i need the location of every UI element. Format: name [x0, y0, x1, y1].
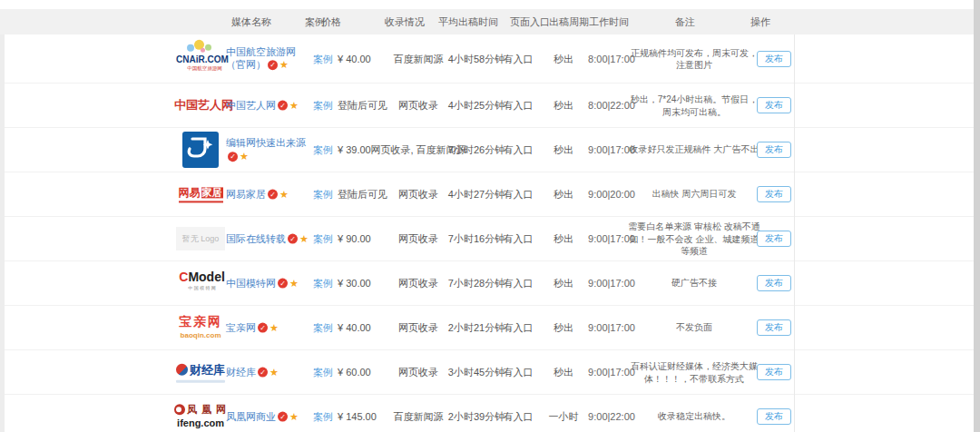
publish-button[interactable]: 发布: [757, 319, 791, 336]
header-media-name: 媒体名称: [231, 9, 271, 34]
note-cell: 出稿快 周六周日可发: [628, 188, 760, 201]
cycle-cell: 一小时: [544, 410, 583, 424]
action-cell: 发布: [753, 319, 795, 336]
logo-text: 宝亲网: [175, 313, 226, 330]
note-cell: 需要白名单来源 审核松 改稿不通知！一般不会改 企业、城建频道等频道: [628, 221, 760, 258]
logo-text: 财经库: [190, 363, 225, 377]
publish-button[interactable]: 发布: [757, 186, 791, 202]
media-logo: 财经库: [174, 362, 227, 383]
table-row: 编辑网快速出来源✓★ 案例 ¥ 39.00 网页收录, 百度新闻源 7小时26分…: [0, 128, 980, 172]
publish-button[interactable]: 发布: [757, 275, 791, 291]
media-name-cell: 财经库✓★: [226, 366, 309, 379]
star-icon: ★: [270, 367, 279, 378]
verified-icon: ✓: [278, 279, 288, 289]
star-icon: ★: [289, 100, 299, 111]
table-row: 财经库 财经库✓★ 案例 ¥ 60.00 网页收录 3小时45分钟 有入口 秒出…: [0, 350, 980, 395]
yiren-logo: 中国艺人网: [174, 97, 227, 113]
publish-button[interactable]: 发布: [757, 231, 791, 247]
media-name-cell: 凤凰网商业✓★: [226, 410, 309, 424]
media-name-link[interactable]: 凤凰网商业: [226, 411, 276, 422]
note-cell: 收录稳定出稿快。: [628, 410, 760, 423]
no-logo-placeholder: 暂无 Logo: [176, 227, 225, 250]
cmodel-logo: CModel 中 国 模 特 网: [174, 269, 230, 297]
logo-subtext: 中国航空旅游网: [187, 65, 214, 72]
media-logo: 暂无 Logo: [174, 227, 227, 250]
entry-cell: 有入口: [498, 410, 538, 424]
media-name-link[interactable]: 中国模特网: [226, 278, 276, 289]
logo-accent: C: [179, 270, 188, 284]
note-cell: 百科认证财经媒体，经济类大媒体！！！，不带联系方式: [628, 360, 760, 385]
note-cell: 秒出，7*24小时出稿。节假日，周末均可出稿。: [628, 93, 760, 118]
publish-button[interactable]: 发布: [757, 51, 791, 67]
logo-subtext: 中 国 模 特 网: [188, 285, 216, 291]
logo-text: 凤 凰 网: [187, 404, 227, 415]
publish-button[interactable]: 发布: [757, 408, 791, 425]
media-name-link[interactable]: 中国艺人网: [226, 100, 276, 111]
action-cell: 发布: [753, 364, 795, 380]
publish-button[interactable]: 发布: [757, 142, 791, 158]
note-cell: 硬广告不接: [628, 277, 760, 290]
scrollbar[interactable]: [974, 0, 980, 432]
header-action: 操作: [750, 9, 770, 34]
header-cycle: 出稿周期: [549, 9, 589, 34]
header-avg-time: 平均出稿时间: [438, 9, 498, 34]
ifeng-logo: 凤 凰 网 ifeng.com: [174, 403, 227, 430]
media-name-cell: 中国航空旅游网（官网）✓★: [226, 45, 309, 73]
media-logo: 网易家居: [174, 185, 227, 202]
verified-icon: ✓: [288, 234, 298, 244]
verified-icon: ✓: [258, 368, 268, 378]
logo-subtext: 家居: [201, 187, 223, 198]
cycle-cell: 秒出: [544, 188, 583, 201]
table-header: 媒体名称 案例 价格 收录情况 平均出稿时间 页面入口 出稿周期 工作时间 备注…: [0, 9, 980, 34]
table-body: CNAiR.COM 中国航空旅游网 中国航空旅游网（官网）✓★ 案例 ¥ 40.…: [0, 34, 980, 432]
caijingku-logo: 财经库: [176, 362, 225, 383]
media-name-cell: 国际在线转载✓★: [226, 232, 309, 246]
publish-button[interactable]: 发布: [757, 97, 791, 113]
media-name-link[interactable]: 财经库: [226, 367, 256, 378]
entry-cell: 有入口: [498, 99, 538, 113]
entry-cell: 有入口: [498, 321, 538, 335]
action-cell: 发布: [753, 231, 795, 247]
media-name-cell: 宝亲网✓★: [226, 321, 309, 335]
entry-cell: 有入口: [498, 277, 538, 290]
netease-home-logo: 网易家居: [179, 185, 223, 202]
cnair-logo: CNAiR.COM 中国航空旅游网: [176, 39, 225, 77]
cycle-cell: 秒出: [544, 321, 583, 335]
verified-icon: ✓: [278, 101, 288, 111]
logo-subtext: ifeng.com: [174, 417, 227, 430]
star-icon: ★: [240, 151, 249, 162]
verified-icon: ✓: [258, 323, 268, 333]
cycle-cell: 秒出: [544, 232, 583, 246]
cycle-cell: 秒出: [544, 277, 583, 290]
caijingku-icon: [176, 364, 188, 376]
star-icon: ★: [279, 189, 289, 200]
media-name-link[interactable]: 网易家居: [226, 189, 266, 200]
action-cell: 发布: [753, 97, 795, 113]
media-name-cell: 中国艺人网✓★: [226, 99, 309, 113]
star-icon: ★: [279, 60, 289, 71]
star-icon: ★: [299, 233, 309, 244]
left-edge-strip: [0, 34, 5, 432]
media-list-page: 媒体名称 案例 价格 收录情况 平均出稿时间 页面入口 出稿周期 工作时间 备注…: [0, 0, 980, 432]
table-row: 宝亲网 baoqin.com 宝亲网✓★ 案例 ¥ 40.00 网页收录 2小时…: [0, 306, 980, 350]
header-entry: 页面入口: [510, 9, 550, 34]
note-cell: 不发负面: [628, 321, 760, 334]
entry-cell: 有入口: [498, 232, 538, 246]
media-name-link[interactable]: 国际在线转载: [226, 233, 286, 244]
media-logo: CModel 中 国 模 特 网: [174, 269, 227, 298]
media-name-link[interactable]: 宝亲网: [226, 322, 256, 333]
verified-icon: ✓: [278, 412, 288, 422]
table-row: CNAiR.COM 中国航空旅游网 中国航空旅游网（官网）✓★ 案例 ¥ 40.…: [0, 34, 980, 83]
note-cell: 收录好只发正规稿件 大广告不出: [628, 143, 760, 156]
ifeng-icon: [174, 404, 185, 415]
publish-button[interactable]: 发布: [757, 364, 791, 380]
media-logo: 中国艺人网: [174, 97, 227, 113]
media-name-cell: 中国模特网✓★: [226, 277, 309, 290]
media-name-cell: 编辑网快速出来源✓★: [226, 136, 309, 163]
entry-cell: 有入口: [498, 143, 538, 157]
logo-tagline-bar: [176, 379, 225, 382]
note-cell: 正规稿件均可发布，周末可发，注意图片: [628, 46, 760, 71]
star-icon: ★: [270, 322, 279, 333]
cycle-cell: 秒出: [544, 366, 583, 379]
media-name-link[interactable]: 编辑网快速出来源: [226, 137, 306, 148]
